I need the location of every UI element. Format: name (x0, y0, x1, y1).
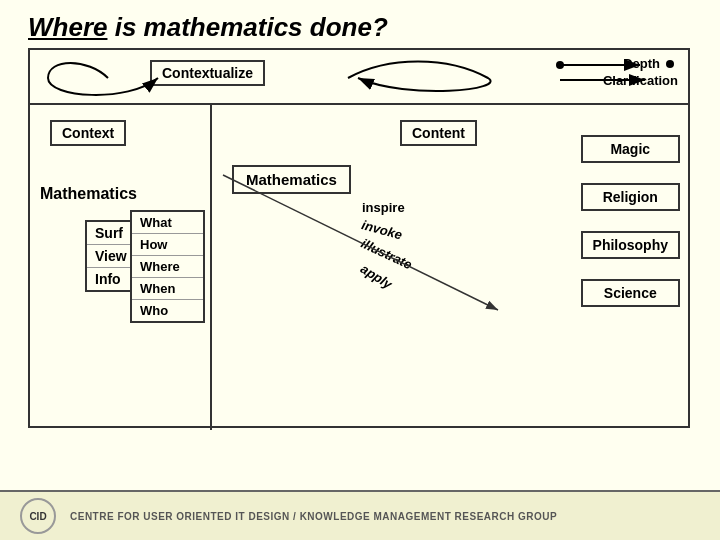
outcome-magic: Magic (581, 135, 680, 163)
item-who[interactable]: Who (132, 300, 203, 321)
left-panel: Mathematics Surf View Info What How Wher… (30, 105, 210, 430)
item-how[interactable]: How (132, 234, 203, 256)
page-title: Where is mathematics done? (28, 12, 388, 43)
depth-row: Depth (623, 56, 678, 71)
math-box-right: Mathematics (232, 165, 351, 194)
outcome-philosophy: Philosophy (581, 231, 680, 259)
depth-label: Depth (623, 56, 660, 71)
inspire-text: inspire (362, 200, 405, 215)
diagonal-words-area: inspire invoke illustrate apply (342, 145, 502, 305)
item-when[interactable]: When (132, 278, 203, 300)
outcomes-area: Magic Religion Philosophy Science (581, 135, 680, 307)
title-rest: is mathematics done? (107, 12, 387, 42)
depth-area: Depth Clarification (603, 56, 678, 88)
cid-logo: CID (20, 498, 56, 534)
math-label-left: Mathematics (40, 185, 137, 203)
footer-text: CENTRE FOR USER ORIENTED IT DESIGN / KNO… (70, 511, 557, 522)
outcome-religion: Religion (581, 183, 680, 211)
clarification-label: Clarification (603, 73, 678, 88)
item-where[interactable]: Where (132, 256, 203, 278)
top-bar: Contextualize Depth Clarification (30, 50, 688, 105)
apply-text: apply (358, 261, 395, 292)
right-panel: Mathematics inspire invoke illustrate ap… (212, 105, 690, 430)
outcome-science: Science (581, 279, 680, 307)
footer: CID CENTRE FOR USER ORIENTED IT DESIGN /… (0, 490, 720, 540)
contextualize-label: Contextualize (150, 60, 265, 86)
contextualize-area: Contextualize (150, 60, 265, 86)
main-diagram-box: Contextualize Depth Clarification Contex… (28, 48, 690, 428)
depth-dot (666, 60, 674, 68)
items-box: What How Where When Who (130, 210, 205, 323)
where-word: Where (28, 12, 107, 42)
item-what[interactable]: What (132, 212, 203, 234)
